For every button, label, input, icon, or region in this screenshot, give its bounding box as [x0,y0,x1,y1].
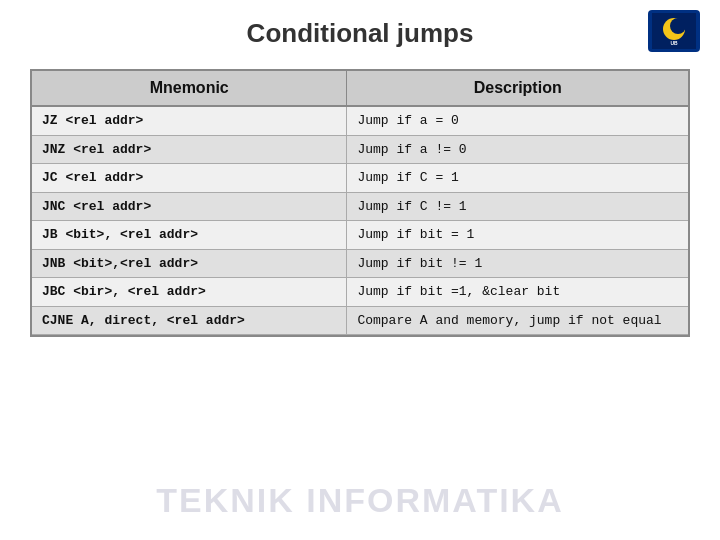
description-cell: Jump if a != 0 [347,135,688,164]
table-row: JNB <bit>,<rel addr>Jump if bit != 1 [32,249,688,278]
logo-svg: UB [652,13,696,49]
mnemonic-cell: JB <bit>, <rel addr> [32,221,347,250]
mnemonic-cell: JBC <bir>, <rel addr> [32,278,347,307]
description-cell: Compare A and memory, jump if not equal [347,306,688,335]
table-row: JC <rel addr>Jump if C = 1 [32,164,688,193]
mnemonic-cell: CJNE A, direct, <rel addr> [32,306,347,335]
description-cell: Jump if a = 0 [347,106,688,135]
table-row: JZ <rel addr>Jump if a = 0 [32,106,688,135]
description-cell: Jump if C != 1 [347,192,688,221]
table-row: JBC <bir>, <rel addr>Jump if bit =1, &cl… [32,278,688,307]
mnemonic-cell: JNC <rel addr> [32,192,347,221]
logo-inner: UB [652,13,696,49]
svg-text:UB: UB [670,40,678,46]
instructions-table: Mnemonic Description JZ <rel addr>Jump i… [32,71,688,335]
table-row: JNC <rel addr>Jump if C != 1 [32,192,688,221]
table-header-row: Mnemonic Description [32,71,688,106]
table-row: JB <bit>, <rel addr>Jump if bit = 1 [32,221,688,250]
description-cell: Jump if bit =1, &clear bit [347,278,688,307]
mnemonic-cell: JNZ <rel addr> [32,135,347,164]
watermark: TEKNIK INFORMATIKA [0,481,720,520]
page-container: Conditional jumps UB Mnemonic Descriptio… [0,0,720,540]
description-cell: Jump if C = 1 [347,164,688,193]
page-title: Conditional jumps [0,18,720,49]
logo: UB [648,10,700,52]
column-header-description: Description [347,71,688,106]
column-header-mnemonic: Mnemonic [32,71,347,106]
description-cell: Jump if bit = 1 [347,221,688,250]
table-row: CJNE A, direct, <rel addr>Compare A and … [32,306,688,335]
header: Conditional jumps UB [0,0,720,61]
description-cell: Jump if bit != 1 [347,249,688,278]
mnemonic-cell: JNB <bit>,<rel addr> [32,249,347,278]
table-row: JNZ <rel addr>Jump if a != 0 [32,135,688,164]
table-container: Mnemonic Description JZ <rel addr>Jump i… [30,69,690,337]
svg-point-2 [670,18,686,34]
mnemonic-cell: JZ <rel addr> [32,106,347,135]
mnemonic-cell: JC <rel addr> [32,164,347,193]
